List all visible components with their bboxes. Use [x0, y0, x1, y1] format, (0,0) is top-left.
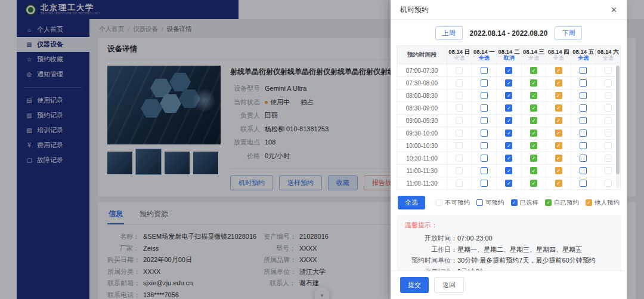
- slot-cell: ✓: [546, 102, 571, 114]
- slot-row: 07:30-08:00✓✓✓: [397, 76, 620, 89]
- slot-cell: [447, 177, 472, 189]
- checkbox-available[interactable]: [580, 79, 587, 87]
- slot-row: 08:30-09:00✓✓✓: [397, 101, 620, 114]
- legend-item: ✓已选择: [511, 199, 539, 207]
- checkbox-available[interactable]: [481, 130, 488, 137]
- checkbox-available[interactable]: [580, 130, 587, 137]
- checkbox-available[interactable]: [481, 155, 488, 162]
- checkbox-selected[interactable]: ✓: [505, 155, 512, 162]
- slot-cell: ✓: [522, 115, 547, 127]
- checkbox-disabled: [456, 79, 463, 87]
- slot-cell: [447, 127, 472, 139]
- checkbox-selected[interactable]: ✓: [505, 167, 512, 174]
- checkbox-disabled: [605, 79, 612, 87]
- checkbox-own: ✓: [530, 167, 537, 174]
- tip-value: 0元/小时: [457, 266, 482, 271]
- checkbox-available[interactable]: [580, 167, 587, 174]
- checkbox-disabled: [456, 155, 463, 162]
- checkbox-available[interactable]: [580, 104, 587, 112]
- checkbox-selected[interactable]: ✓: [505, 67, 512, 74]
- checkbox-own: ✓: [530, 180, 537, 187]
- slot-cell: [472, 140, 497, 152]
- slot-cell: ✓: [546, 165, 571, 177]
- checkbox-disabled: [605, 142, 612, 149]
- close-icon[interactable]: ✕: [611, 6, 617, 14]
- slot-cell: ✓: [546, 64, 571, 76]
- back-button[interactable]: 返回: [434, 277, 464, 293]
- day-date: 08.14 一: [473, 49, 495, 55]
- checkbox-selected[interactable]: ✓: [505, 104, 512, 112]
- legend: 不可预约可预约✓已选择✓自己预约✓他人预约: [436, 199, 620, 207]
- slot-cell: [472, 177, 497, 189]
- slot-cell: ✓: [546, 140, 571, 152]
- select-all-button[interactable]: 全选: [398, 196, 425, 209]
- checkbox-selected[interactable]: ✓: [505, 130, 512, 137]
- slot-cell: ✓: [522, 177, 547, 189]
- checkbox-available[interactable]: [481, 67, 488, 74]
- checkbox-available[interactable]: [481, 79, 488, 87]
- checkbox-selected[interactable]: ✓: [505, 79, 512, 87]
- slot-cell: [571, 115, 596, 127]
- checkbox-selected[interactable]: ✓: [505, 92, 512, 99]
- checkbox-available[interactable]: [580, 92, 587, 99]
- checkbox-selected[interactable]: ✓: [505, 142, 512, 149]
- day-select-all-link[interactable]: 全选: [528, 56, 539, 61]
- slot-cell: ✓: [522, 152, 547, 164]
- checkbox-available[interactable]: [481, 92, 488, 99]
- booking-modal: 机时预约 ✕ 上周 2022.08.14 - 2022.08.20 下周 预约时…: [391, 0, 627, 299]
- legend-item: 不可预约: [436, 199, 470, 207]
- checkbox-disabled: [456, 130, 463, 137]
- slot-cell: ✓: [497, 127, 522, 139]
- day-select-all-link[interactable]: 全选: [479, 56, 490, 61]
- checkbox-others: ✓: [555, 67, 562, 74]
- day-select-all-link[interactable]: 全选: [553, 56, 564, 61]
- legend-disabled-icon: [436, 199, 442, 206]
- checkbox-available[interactable]: [580, 67, 587, 74]
- checkbox-available[interactable]: [481, 180, 488, 187]
- slot-cell: [571, 152, 596, 164]
- checkbox-available[interactable]: [481, 142, 488, 149]
- day-select-all-link[interactable]: 全选: [603, 56, 614, 61]
- checkbox-available[interactable]: [481, 117, 488, 124]
- checkbox-others: ✓: [555, 167, 562, 174]
- slot-cell: [472, 127, 497, 139]
- modal-title: 机时预约: [400, 5, 429, 15]
- checkbox-selected[interactable]: ✓: [505, 117, 512, 124]
- slot-cell: ✓: [497, 115, 522, 127]
- checkbox-disabled: [456, 67, 463, 74]
- checkbox-others: ✓: [555, 180, 562, 187]
- checkbox-own: ✓: [530, 79, 537, 87]
- day-select-all-link[interactable]: 全选: [454, 56, 465, 61]
- next-week-button[interactable]: 下周: [555, 26, 582, 40]
- slot-cell: ✓: [497, 64, 522, 76]
- checkbox-available[interactable]: [580, 142, 587, 149]
- day-select-all-link[interactable]: 取消: [503, 56, 514, 61]
- table-scrollbar: [616, 64, 620, 188]
- checkbox-available[interactable]: [580, 117, 587, 124]
- checkbox-selected[interactable]: ✓: [505, 180, 512, 187]
- checkbox-others: ✓: [555, 130, 562, 137]
- slot-cell: ✓: [546, 127, 571, 139]
- prev-week-button[interactable]: 上周: [435, 26, 463, 40]
- slot-row: 11:00-11:30✓✓✓: [397, 164, 620, 177]
- tips-panel: 温馨提示： 开放时间：07:00-23:00工作日：星期一、星期二、星期三、星期…: [397, 215, 621, 270]
- slot-time: 09:30-10:00: [397, 127, 447, 139]
- checkbox-disabled: [605, 155, 612, 162]
- checkbox-available[interactable]: [580, 155, 587, 162]
- submit-button[interactable]: 提交: [400, 277, 429, 293]
- checkbox-available[interactable]: [481, 167, 488, 174]
- slot-cell: [472, 90, 497, 101]
- slot-cell: [447, 115, 472, 127]
- checkbox-available[interactable]: [580, 180, 587, 187]
- scrollbar-thumb[interactable]: [616, 66, 620, 174]
- tip-label: 开放时间：: [405, 233, 457, 244]
- day-header: 08.14 二取消: [497, 46, 522, 64]
- legend-others-icon: ✓: [586, 199, 592, 206]
- checkbox-available[interactable]: [481, 104, 488, 112]
- slot-cell: [447, 152, 472, 164]
- slot-cell: [472, 77, 497, 89]
- slot-time: 11:00-11:30: [397, 165, 447, 177]
- slot-time: 11:00-11:30: [397, 177, 447, 189]
- slot-cell: [571, 165, 596, 177]
- day-select-all-link[interactable]: 全选: [578, 56, 589, 61]
